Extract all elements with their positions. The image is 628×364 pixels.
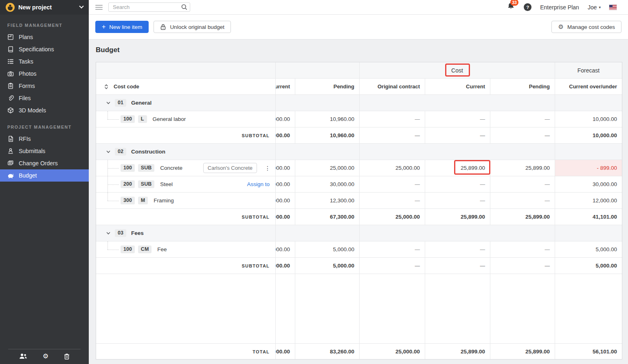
sidebar-footer: ⚙ — [0, 349, 89, 364]
cost-pending-cell: 25,899.00 — [490, 160, 555, 176]
cube-icon — [7, 107, 14, 114]
us-flag-icon[interactable] — [609, 5, 617, 10]
forecast-group-header: Forecast — [555, 62, 622, 78]
sidebar-item-label: Photos — [19, 70, 37, 77]
sidebar-item-submittals[interactable]: Submittals — [0, 145, 89, 157]
trash-icon[interactable] — [64, 353, 70, 360]
section-label-field-management: FIELD MANAGEMENT — [7, 23, 89, 28]
subtotal-label: SUBTOTAL — [96, 127, 276, 143]
content-area: Budget Cost Forecast Cost code — [89, 39, 628, 364]
kebab-menu-icon[interactable]: ⋮ — [265, 165, 270, 171]
sidebar-item-change-orders[interactable]: Change Orders — [0, 157, 89, 169]
cost-pending-cell: 25,899.00 — [490, 209, 555, 225]
new-line-item-button[interactable]: + New line item — [95, 21, 149, 33]
sidebar-item-rfis[interactable]: RFIs — [0, 133, 89, 145]
cost-code-chip: 100 — [121, 115, 135, 123]
over-under-cell: 10,000.00 — [555, 111, 622, 127]
over-under-cell: 41,101.00 — [555, 209, 622, 225]
sidebar-item-specifications[interactable]: Specifications — [0, 43, 89, 55]
members-icon[interactable] — [19, 353, 27, 360]
plan-label: Enterprise Plan — [540, 4, 579, 11]
user-menu[interactable]: Joe ▾ — [588, 4, 601, 11]
sidebar-item-label: Submittals — [19, 148, 45, 154]
vendor-chip[interactable]: Carlson's Concrete — [203, 163, 257, 173]
subtotal-label: SUBTOTAL — [96, 258, 276, 274]
over-under-cell: 56,101.00 — [555, 344, 622, 360]
group-row-construction: 02 Construction — [96, 144, 622, 160]
budget-pending-cell: 12,300.00 — [295, 193, 360, 208]
group-code-chip: 03 — [115, 229, 126, 237]
subtotal-row-general: SUBTOTAL 000.00 10,960.00 — — — 10,000.0… — [96, 127, 622, 144]
sort-icon[interactable] — [104, 83, 108, 90]
sidebar-item-budget[interactable]: Budget — [0, 169, 89, 182]
topbar: 33 ? Enterprise Plan Joe ▾ — [89, 0, 628, 15]
group-name: General — [131, 100, 152, 106]
chevron-down-icon: ▾ — [599, 5, 601, 9]
sidebar-item-label: RFIs — [19, 136, 31, 142]
lock-icon — [160, 24, 166, 30]
group-row-fees: 03 Fees — [96, 225, 622, 241]
cost-pending-cell: — — [490, 111, 555, 127]
hamburger-menu-icon[interactable] — [95, 5, 103, 10]
collapse-chevron-icon[interactable] — [106, 101, 111, 105]
budget-pending-cell: 5,000.00 — [295, 258, 360, 274]
cost-code-chip: 100 — [121, 164, 135, 172]
project-switcher[interactable]: New project — [0, 0, 89, 15]
notifications-button[interactable]: 33 — [507, 2, 515, 12]
original-contract-cell: 25,000.00 — [360, 160, 425, 176]
original-contract-cell: — — [360, 111, 425, 127]
page-title: Budget — [96, 46, 120, 54]
camera-icon — [7, 70, 14, 77]
assign-to-link[interactable]: Assign to — [247, 181, 275, 187]
budget-current-cell: 000.00 — [276, 193, 295, 208]
group-code-chip: 01 — [115, 99, 126, 107]
person-stamp-icon — [7, 148, 14, 154]
collapse-chevron-icon[interactable] — [106, 231, 111, 236]
search-icon[interactable] — [181, 4, 187, 10]
cost-type-chip: L — [138, 115, 147, 123]
sidebar-item-label: Tasks — [19, 58, 33, 65]
budget-current-cell: 000.00 — [276, 111, 295, 127]
sidebar-item-photos[interactable]: Photos — [0, 68, 89, 80]
sidebar-item-label: 3D Models — [19, 107, 46, 114]
budget-pending-cell: 83,260.00 — [295, 344, 360, 360]
budget-toolbar: + New line item Unlock original budget ⚙… — [89, 15, 628, 39]
gear-icon: ⚙ — [558, 24, 563, 30]
unlock-original-budget-button[interactable]: Unlock original budget — [154, 21, 231, 33]
budget-table: Cost Forecast Cost code Current Pending … — [96, 62, 622, 360]
help-button[interactable]: ? — [524, 3, 531, 11]
collapse-chevron-icon[interactable] — [106, 149, 111, 154]
budget-current-cell: 000.00 — [276, 258, 295, 274]
budget-pending-cell: 5,000.00 — [295, 241, 360, 257]
sidebar-item-label: Budget — [19, 172, 37, 179]
paperclip-icon — [7, 95, 14, 101]
line-item-name: Framing — [154, 197, 174, 204]
total-label: TOTAL — [96, 344, 276, 360]
group-name: Fees — [131, 230, 144, 236]
sidebar-item-forms[interactable]: Forms — [0, 80, 89, 92]
table-row-general-labor: 100 L General labor 000.00 10,960.00 — —… — [96, 111, 622, 127]
search-input[interactable] — [108, 2, 190, 12]
table-column-header-row: Cost code Current Pending Original contr… — [96, 79, 622, 95]
sidebar-item-label: Specifications — [19, 46, 54, 53]
original-contract-cell: — — [360, 258, 425, 274]
original-contract-cell: — — [360, 193, 425, 208]
over-under-cell: 30,000.00 — [555, 176, 622, 192]
cost-group-header: Cost — [360, 62, 555, 78]
user-name: Joe — [588, 4, 597, 11]
settings-gear-icon[interactable]: ⚙ — [43, 353, 48, 360]
table-row-fee: 100 CM Fee 000.00 5,000.00 — — — 5,000.0… — [96, 241, 622, 258]
sidebar-item-3d-models[interactable]: 3D Models — [0, 104, 89, 116]
sidebar-item-files[interactable]: Files — [0, 92, 89, 104]
sidebar-item-tasks[interactable]: Tasks — [0, 55, 89, 68]
sidebar-item-plans[interactable]: Plans — [0, 31, 89, 43]
cost-type-chip: CM — [138, 246, 152, 254]
budget-pending-cell: 10,960.00 — [295, 111, 360, 127]
section-label-project-management: PROJECT MANAGEMENT — [7, 125, 89, 129]
tasks-icon — [7, 58, 14, 65]
manage-cost-codes-button[interactable]: ⚙ Manage cost codes — [551, 21, 621, 33]
main-area: 33 ? Enterprise Plan Joe ▾ + New line it… — [89, 0, 628, 364]
cost-pending-cell: 25,899.00 — [490, 344, 555, 360]
cost-code-chip: 300 — [121, 197, 135, 205]
cost-pending-cell: — — [490, 176, 555, 192]
